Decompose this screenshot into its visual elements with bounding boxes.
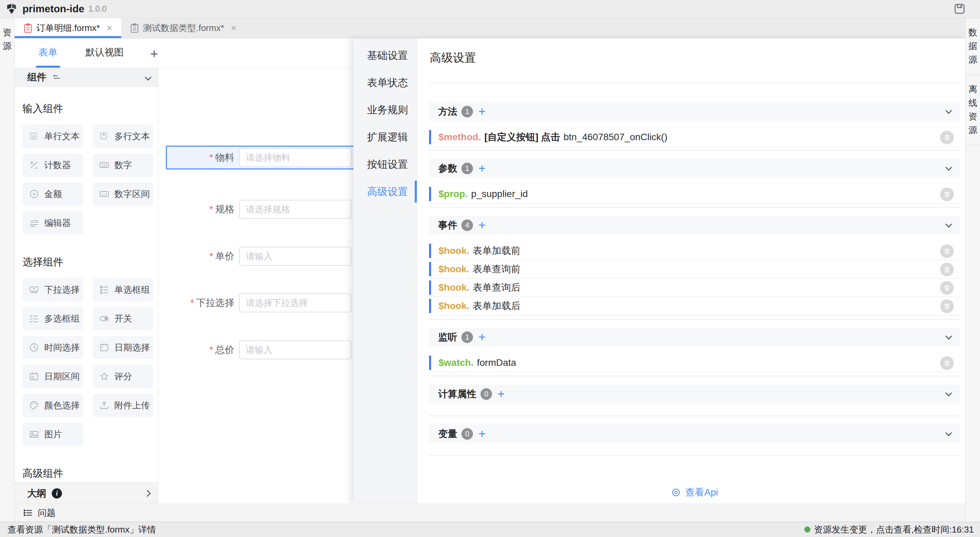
item-token: $hook. <box>439 264 469 275</box>
settings-section-header[interactable]: 变量0+ <box>429 424 960 443</box>
form-field-row[interactable]: *物料 <box>158 148 352 167</box>
component-tile[interactable]: A编辑器 <box>22 211 83 235</box>
outline-expand-chevron-icon[interactable] <box>144 490 151 497</box>
component-tile[interactable]: 时间选择 <box>22 336 83 359</box>
component-tile[interactable]: 图片 <box>22 423 83 446</box>
component-tile[interactable]: 单选框组 <box>92 278 153 301</box>
chevron-down-icon[interactable] <box>945 164 952 171</box>
delete-item-icon[interactable] <box>940 299 954 313</box>
add-item-button[interactable]: + <box>479 331 485 343</box>
component-tile[interactable]: 日期区间 <box>22 365 83 388</box>
add-item-button[interactable]: + <box>498 388 504 400</box>
component-tile[interactable]: 评分 <box>92 365 153 388</box>
component-tile[interactable]: ¥金额 <box>22 183 83 205</box>
component-tile[interactable]: 日期选择 <box>92 336 153 359</box>
delete-item-icon[interactable] <box>940 263 954 276</box>
component-tile[interactable]: A多行文本 <box>92 124 153 148</box>
chevron-down-icon[interactable] <box>945 221 952 228</box>
delete-item-icon[interactable] <box>940 187 954 201</box>
settings-section-header[interactable]: 监听1+ <box>429 328 960 346</box>
view-api-link[interactable]: 查看Api <box>429 486 960 499</box>
divider <box>429 376 960 377</box>
component-panel-header: 组件 <box>14 68 158 87</box>
form-field-row[interactable]: *总价 <box>158 340 352 359</box>
field-input[interactable] <box>239 247 352 266</box>
add-item-button[interactable]: + <box>479 428 485 440</box>
field-input[interactable] <box>239 200 352 219</box>
status-right-text[interactable]: 资源发生变更，点击查看,检查时间:16:31 <box>804 524 974 535</box>
settings-item-row[interactable]: $hook.表单查询后 <box>429 279 960 297</box>
settings-title: 高级设置 <box>430 50 960 66</box>
component-tile[interactable]: 123数字 <box>92 154 153 176</box>
settings-section-header[interactable]: 方法1+ <box>429 102 960 121</box>
component-tile[interactable]: 下拉选择 <box>22 278 83 301</box>
close-tab-icon[interactable]: × <box>107 23 112 34</box>
field-input[interactable] <box>239 340 352 359</box>
collapse-panel-chevron-icon[interactable] <box>145 74 151 81</box>
settings-menu-item-2[interactable]: 业务规则 <box>353 96 417 124</box>
rail-tab-resources[interactable]: 资源 <box>0 18 14 61</box>
settings-item-row[interactable]: $hook.表单加载前 <box>429 242 960 261</box>
item-token: $watch. <box>439 357 474 368</box>
settings-item-row[interactable]: $hook.表单加载后 <box>429 297 960 315</box>
chevron-down-icon[interactable] <box>945 390 952 396</box>
chevron-down-icon[interactable] <box>945 107 952 114</box>
delete-item-icon[interactable] <box>940 131 954 144</box>
add-view-button[interactable]: + <box>150 46 158 68</box>
counter-icon <box>29 160 40 170</box>
settings-menu-item-1[interactable]: 表单状态 <box>353 69 417 96</box>
component-tile[interactable]: 1~3数字区间 <box>92 183 153 205</box>
settings-item-row[interactable]: $watch.formData <box>429 354 960 372</box>
component-tile[interactable]: A单行文本 <box>22 124 83 148</box>
settings-section-title: 计算属性 <box>438 388 476 400</box>
delete-item-icon[interactable] <box>940 281 954 295</box>
settings-menu-item-5[interactable]: 高级设置 <box>353 178 417 205</box>
component-tile[interactable]: 附件上传 <box>92 394 153 417</box>
add-item-button[interactable]: + <box>479 219 485 231</box>
settings-item-row[interactable]: $hook.表单查询前 <box>429 261 960 279</box>
form-field-row[interactable]: *下拉选择 <box>158 293 352 312</box>
editor-tab-1[interactable]: 测试数据类型.formx*× <box>121 18 245 38</box>
add-item-button[interactable]: + <box>479 162 485 175</box>
editor-tab-0[interactable]: 订单明细.formx*× <box>14 18 121 38</box>
component-tile[interactable]: 计数器 <box>22 154 83 176</box>
save-icon[interactable] <box>953 2 966 16</box>
settings-menu-item-0[interactable]: 基础设置 <box>353 42 417 69</box>
component-tile[interactable]: 颜色选择 <box>22 394 83 417</box>
component-tile[interactable]: 开关 <box>92 307 153 330</box>
item-token: $hook. <box>439 300 469 311</box>
component-list-icon[interactable] <box>52 73 61 82</box>
component-tile-label: 颜色选择 <box>44 399 80 411</box>
close-tab-icon[interactable]: × <box>231 23 236 34</box>
component-section-title: 输入组件 <box>22 102 158 116</box>
component-tile[interactable]: 多选框组 <box>22 307 83 330</box>
add-item-button[interactable]: + <box>479 105 485 118</box>
settings-menu-item-4[interactable]: 按钮设置 <box>353 151 417 178</box>
component-tile-label: 数字 <box>115 159 132 171</box>
info-icon[interactable]: i <box>52 488 62 499</box>
field-label: *下拉选择 <box>158 296 234 309</box>
settings-item-row[interactable]: $prop.p_supplier_id <box>429 185 960 203</box>
multi-line-text-icon: A <box>99 131 110 141</box>
problems-bar[interactable]: 问题 <box>14 504 966 522</box>
field-input[interactable] <box>239 293 352 312</box>
settings-item-row[interactable]: $method.[自定义按钮] 点击btn_46078507_onClick() <box>429 128 960 147</box>
delete-item-icon[interactable] <box>940 356 954 370</box>
form-field-row[interactable]: *规格 <box>158 200 352 219</box>
rail-tab-offline-resource[interactable]: 离线资源 <box>966 75 980 145</box>
chevron-down-icon[interactable] <box>945 333 952 340</box>
view-tab-form[interactable]: 表单 <box>37 46 59 68</box>
svg-text:123: 123 <box>102 164 107 167</box>
settings-menu-item-3[interactable]: 扩展逻辑 <box>353 124 417 151</box>
outline-bar[interactable]: 大纲 i <box>14 483 158 504</box>
component-panel-title: 组件 <box>27 71 46 84</box>
form-field-row[interactable]: *单价 <box>158 247 352 266</box>
settings-section-header[interactable]: 计算属性0+ <box>429 384 960 403</box>
chevron-down-icon[interactable] <box>945 429 952 436</box>
rail-tab-data-source[interactable]: 数据源 <box>966 18 980 75</box>
settings-section-header[interactable]: 事件4+ <box>429 216 960 235</box>
field-input[interactable] <box>239 148 352 167</box>
settings-section-header[interactable]: 参数1+ <box>429 159 960 178</box>
view-tab-default-view[interactable]: 默认视图 <box>84 46 125 68</box>
delete-item-icon[interactable] <box>940 244 954 258</box>
